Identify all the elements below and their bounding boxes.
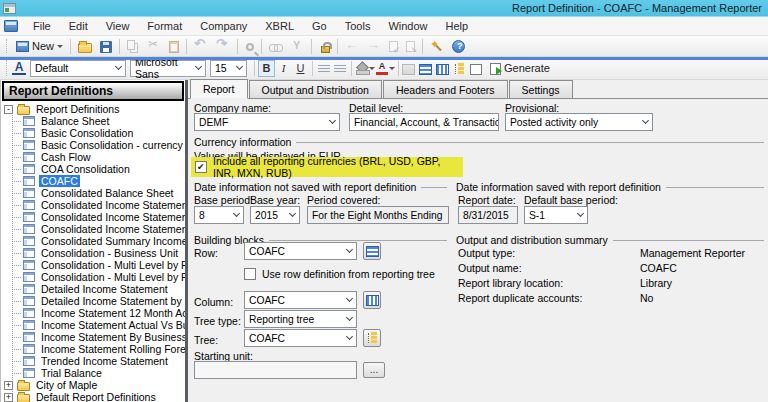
use-row-definition-checkbox[interactable]	[244, 268, 256, 280]
tab-report[interactable]: Report	[190, 79, 248, 99]
tab-headers-and-footers[interactable]: Headers and Footers	[383, 80, 508, 98]
tree-item-basic-consolidation-currency-side[interactable]: Basic Consolidation - currency side	[1, 139, 185, 151]
font-select[interactable]: Microsoft Sans	[130, 60, 206, 77]
indent-increase-icon[interactable]	[334, 65, 346, 74]
default-base-period-select[interactable]: S-1	[524, 206, 588, 224]
tree-item-city-of-maple[interactable]: +City of Maple	[1, 379, 185, 391]
tree-item-consolidated-summary-income-sta[interactable]: Consolidated Summary Income Sta	[1, 235, 185, 247]
cut-button[interactable]	[143, 37, 165, 56]
tree-item-consolidated-income-statement[interactable]: Consolidated Income Statement	[1, 199, 185, 211]
tab-settings[interactable]: Settings	[509, 80, 573, 98]
copy-button[interactable]	[123, 37, 143, 56]
branch-button[interactable]	[286, 37, 308, 56]
row-definition-button[interactable]	[363, 242, 381, 260]
page-forward-button[interactable]	[402, 37, 419, 56]
row-select[interactable]: COAFC	[244, 242, 357, 260]
tree-item-cash-flow[interactable]: Cash Flow	[1, 151, 185, 163]
reporting-tree-icon[interactable]	[453, 63, 466, 75]
starting-unit-field[interactable]	[194, 361, 357, 379]
chevron-down-icon[interactable]	[389, 67, 395, 70]
menu-go[interactable]: Go	[303, 18, 336, 34]
menu-xbrl[interactable]: XBRL	[256, 18, 303, 34]
tree-item-consolidated-income-statement-wi[interactable]: Consolidated Income Statement wi	[1, 223, 185, 235]
font-color-icon[interactable]: A	[376, 62, 388, 75]
open-button[interactable]	[74, 37, 96, 56]
expand-icon[interactable]: +	[4, 381, 13, 390]
paste-button[interactable]	[165, 37, 183, 56]
italic-button[interactable]: I	[275, 60, 292, 77]
tree-definition-button[interactable]	[363, 329, 381, 347]
undo-button[interactable]	[190, 37, 212, 56]
wand-button[interactable]	[426, 37, 448, 56]
tree-item-trial-balance[interactable]: Trial Balance	[1, 367, 185, 379]
company-name-select[interactable]: DEMF	[194, 113, 340, 131]
back-button[interactable]	[341, 37, 363, 56]
row-definition-icon[interactable]	[419, 64, 432, 75]
menu-help[interactable]: Help	[437, 18, 478, 34]
column-definition-icon[interactable]	[436, 64, 449, 75]
document-icon[interactable]	[4, 20, 18, 32]
tree-item-income-statement-rolling-forecast[interactable]: Income Statement Rolling Forecast	[1, 343, 185, 355]
menu-format[interactable]: Format	[138, 18, 191, 34]
lock-button[interactable]	[315, 37, 334, 56]
bold-button[interactable]: B	[258, 60, 275, 77]
expand-icon[interactable]: +	[4, 393, 13, 402]
tree-item-detailed-income-statement[interactable]: Detailed Income Statement	[1, 283, 185, 295]
tree-item-trended-income-statement[interactable]: Trended Income Statement	[1, 355, 185, 367]
tree-item-balance-sheet[interactable]: Balance Sheet	[1, 115, 185, 127]
tree-item-consolidation-multi-level-by-func[interactable]: Consolidation - Multi Level by Func	[1, 259, 185, 271]
provisional-select[interactable]: Posted activity only	[505, 113, 653, 131]
include-currencies-checkbox[interactable]	[195, 161, 207, 173]
tree-item-detailed-income-statement-by-iten[interactable]: Detailed Income Statement by Iten	[1, 295, 185, 307]
tree-item-coafc[interactable]: COAFC	[1, 175, 185, 187]
indent-decrease-icon[interactable]	[318, 65, 330, 74]
table-icon[interactable]	[402, 64, 415, 75]
save-button[interactable]	[96, 37, 116, 56]
tree-item-income-statement-12-month-actua[interactable]: Income Statement 12 Month Actua	[1, 307, 185, 319]
page-back-button[interactable]	[385, 37, 402, 56]
folder-icon	[17, 394, 30, 402]
tree-item-income-statement-actual-vs-budge[interactable]: Income Statement Actual Vs Budge	[1, 319, 185, 331]
base-year-select[interactable]: 2015	[250, 206, 300, 224]
tree-type-select[interactable]: Reporting tree	[244, 310, 357, 328]
report-icon	[23, 332, 35, 342]
tree-select[interactable]: COAFC	[244, 329, 357, 347]
menu-tools[interactable]: Tools	[336, 18, 380, 34]
report-icon	[23, 128, 35, 138]
starting-unit-browse-button[interactable]: ...	[363, 362, 385, 378]
menu-window[interactable]: Window	[379, 18, 436, 34]
collapse-icon[interactable]: -	[4, 105, 13, 114]
menu-file[interactable]: File	[24, 18, 60, 34]
font-icon[interactable]: A	[12, 61, 26, 75]
tree-item-consolidated-balance-sheet[interactable]: Consolidated Balance Sheet	[1, 187, 185, 199]
find-button[interactable]	[241, 37, 258, 56]
font-size-select[interactable]: 15	[210, 60, 247, 77]
tree-item-consolidation-business-unit[interactable]: Consolidation - Business Unit	[1, 247, 185, 259]
forward-button[interactable]	[363, 37, 385, 56]
menu-edit[interactable]: Edit	[60, 18, 97, 34]
tree-item-default-report-definitions[interactable]: +Default Report Definitions	[1, 391, 185, 402]
tree-item-basic-consolidation[interactable]: Basic Consolidation	[1, 127, 185, 139]
fill-color-icon[interactable]	[356, 62, 368, 75]
tab-output-and-distribution[interactable]: Output and Distribution	[249, 80, 382, 98]
tree-item-consolidated-income-statement-mi[interactable]: Consolidated Income Statement Mi	[1, 211, 185, 223]
menu-company[interactable]: Company	[191, 18, 256, 34]
tab-bar: ReportOutput and DistributionHeaders and…	[188, 80, 768, 99]
tree-item-report-definitions[interactable]: -Report Definitions	[1, 103, 185, 115]
menu-view[interactable]: View	[97, 18, 139, 34]
tree-item-income-statement-by-business-uni[interactable]: Income Statement By Business Uni	[1, 331, 185, 343]
generate-button[interactable]: Generate	[486, 59, 554, 78]
column-select[interactable]: COAFC	[244, 291, 357, 309]
link-button[interactable]	[265, 37, 286, 56]
column-definition-button[interactable]	[363, 291, 381, 309]
base-period-select[interactable]: 8	[194, 206, 244, 224]
underline-button[interactable]: U	[292, 60, 309, 77]
calendar-icon[interactable]	[470, 64, 482, 75]
help-button[interactable]	[448, 37, 469, 56]
tree-item-consolidation-multi-level-by-regio[interactable]: Consolidation - Multi Level by Regio	[1, 271, 185, 283]
tree-item-coa-consolidation[interactable]: COA Consolidation	[1, 163, 185, 175]
new-button[interactable]: New	[12, 37, 67, 56]
detail-level-select[interactable]: Financial, Account, & Transaction	[349, 113, 499, 131]
style-select[interactable]: Default	[30, 60, 126, 77]
redo-button[interactable]	[212, 37, 234, 56]
